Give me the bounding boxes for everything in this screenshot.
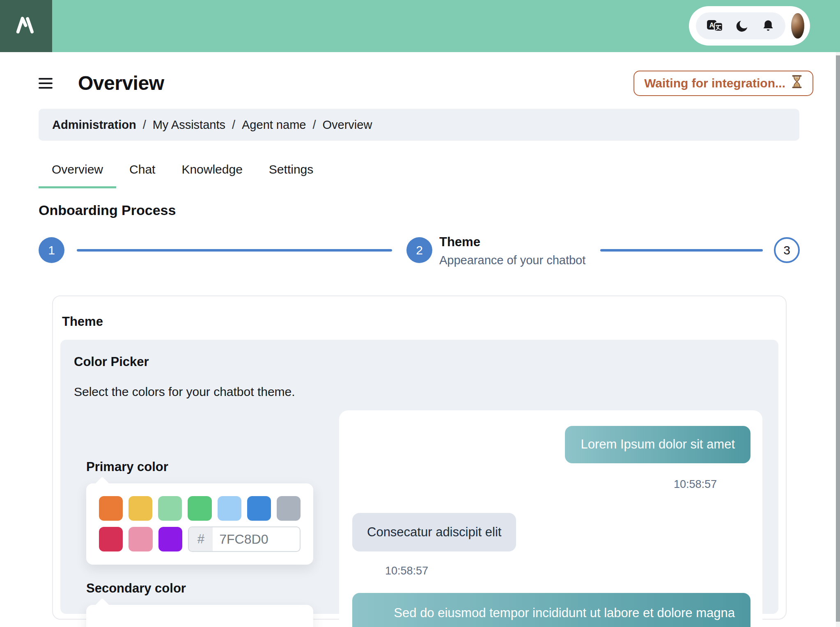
step-connector (77, 249, 392, 252)
app-logo[interactable] (0, 0, 52, 52)
title-row: Overview Waiting for integration... (39, 66, 813, 101)
swatch-red[interactable] (99, 527, 123, 551)
chat-bubble-incoming: Consecatur adiscipit elit (352, 513, 516, 552)
chat-bubble-outgoing: Sed do eiusmod tempor incididunt ut labo… (352, 593, 750, 627)
integration-status-button[interactable]: Waiting for integration... (633, 71, 813, 96)
scrollbar-thumb[interactable] (836, 55, 840, 622)
logo-mark-icon (10, 9, 42, 43)
step-2-subtitle: Appearance of your chatbot (439, 254, 585, 267)
swatch-pink[interactable] (129, 527, 152, 551)
tab-knowledge[interactable]: Knowledge (168, 157, 255, 188)
translate-icon[interactable]: A (707, 20, 723, 32)
svg-text:A: A (709, 22, 714, 29)
breadcrumb-separator: / (232, 118, 235, 132)
step-2-circle[interactable]: 2 (406, 237, 432, 263)
secondary-color-label: Secondary color (86, 581, 314, 596)
message-timestamp: 10:58:57 (352, 478, 717, 491)
header-actions-pill: A (689, 6, 810, 46)
message-timestamp: 10:58:57 (385, 565, 750, 577)
breadcrumb-separator: / (312, 118, 316, 132)
hex-prefix: # (189, 527, 213, 551)
color-picker-description: Select the colors for your chatbot theme… (74, 385, 765, 399)
swatch-yellow[interactable] (129, 496, 152, 521)
swatch-gray[interactable] (277, 496, 301, 521)
tab-overview[interactable]: Overview (39, 157, 116, 188)
hamburger-menu-icon[interactable] (39, 78, 53, 89)
status-button-label: Waiting for integration... (644, 76, 785, 90)
breadcrumb-separator: / (143, 118, 146, 132)
chat-bubble-outgoing: Lorem Ipsum dolor sit amet (565, 426, 750, 463)
swatch-light-green[interactable] (158, 496, 182, 521)
color-picker-title: Color Picker (74, 355, 765, 369)
color-picker-panel: Color Picker Select the colors for your … (60, 340, 778, 614)
onboarding-stepper: 1 2 Theme Appearance of your chatbot 3 (39, 230, 800, 275)
breadcrumb-administration[interactable]: Administration (52, 118, 136, 132)
swatch-light-blue[interactable] (218, 496, 241, 521)
hex-color-input-group: # 7FC8D0 (188, 526, 301, 552)
app-header: A (0, 0, 840, 52)
hourglass-icon (791, 75, 803, 92)
header-icon-group: A (696, 12, 785, 39)
page-scrollbar[interactable] (836, 52, 840, 627)
tab-chat[interactable]: Chat (116, 157, 168, 188)
step-2-title: Theme (439, 235, 480, 249)
dark-mode-moon-icon[interactable] (735, 19, 749, 33)
step-3-circle[interactable]: 3 (774, 237, 800, 263)
primary-color-popup: # 7FC8D0 (86, 483, 313, 565)
chat-preview-panel: Lorem Ipsum dolor sit amet 10:58:57 Cons… (339, 410, 762, 627)
swatch-purple[interactable] (158, 527, 182, 551)
secondary-color-popup (86, 605, 313, 627)
breadcrumb-overview[interactable]: Overview (322, 118, 372, 132)
breadcrumb: Administration / My Assistants / Agent n… (39, 109, 799, 141)
tab-bar: Overview Chat Knowledge Settings (39, 157, 326, 188)
theme-card-title: Theme (62, 314, 778, 329)
breadcrumb-my-assistants[interactable]: My Assistants (153, 118, 225, 132)
swatch-orange[interactable] (99, 496, 123, 521)
breadcrumb-agent-name[interactable]: Agent name (242, 118, 306, 132)
hex-color-input[interactable]: 7FC8D0 (213, 527, 300, 551)
swatch-blue[interactable] (247, 496, 271, 521)
user-avatar[interactable] (791, 13, 804, 39)
tab-settings[interactable]: Settings (256, 157, 326, 188)
step-connector (600, 249, 763, 252)
color-picker-controls: Primary color (74, 410, 314, 627)
theme-card: Theme Color Picker Select the colors for… (52, 295, 787, 620)
step-1-circle[interactable]: 1 (39, 237, 64, 263)
onboarding-heading: Onboarding Process (39, 202, 176, 218)
primary-color-label: Primary color (86, 460, 314, 474)
notifications-bell-icon[interactable] (762, 19, 775, 33)
swatch-green[interactable] (188, 496, 211, 521)
page-title: Overview (78, 72, 164, 94)
